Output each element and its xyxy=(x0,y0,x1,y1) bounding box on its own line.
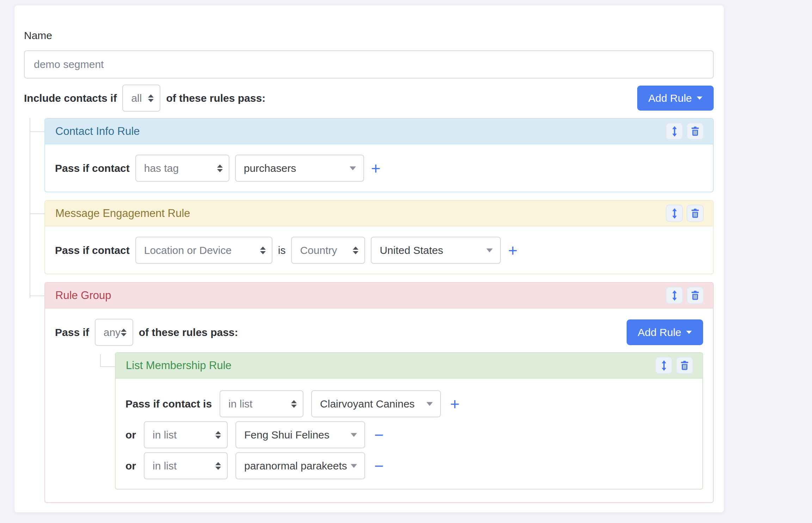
message-engagement-rule-header: Message Engagement Rule xyxy=(45,201,713,226)
list-select[interactable]: Clairvoyant Canines xyxy=(311,390,441,417)
tree-connector-line xyxy=(30,118,30,298)
add-condition-button[interactable]: + xyxy=(370,160,382,176)
rule-title: Contact Info Rule xyxy=(55,125,140,138)
group-match-row: Pass if any of these rules pass: Add Rul… xyxy=(55,319,703,346)
condition-operator-select[interactable]: has tag xyxy=(135,155,229,182)
operator-value: in list xyxy=(228,398,252,410)
country-value: United States xyxy=(380,244,443,256)
select-spinner-icon xyxy=(121,329,127,336)
segment-name-input[interactable] xyxy=(24,50,714,79)
list-membership-rule-body: Pass if contact is in list Clairvoyant C… xyxy=(116,379,702,489)
condition-label: Pass if contact xyxy=(55,244,130,256)
contact-info-rule-header: Contact Info Rule xyxy=(45,119,713,144)
match-type-select[interactable]: all xyxy=(122,85,160,112)
list-value: paranormal parakeets xyxy=(244,460,347,472)
move-rule-button[interactable] xyxy=(666,123,683,140)
list-operator-select[interactable]: in list xyxy=(144,421,228,448)
trash-icon xyxy=(690,290,700,300)
remove-condition-button[interactable]: − xyxy=(373,458,385,474)
select-spinner-icon xyxy=(291,400,297,408)
trash-icon xyxy=(680,360,689,371)
trash-icon xyxy=(690,208,700,218)
add-condition-button[interactable]: + xyxy=(449,396,461,412)
or-label: or xyxy=(125,460,136,472)
caret-down-icon xyxy=(697,96,702,100)
rule-title: Rule Group xyxy=(55,289,111,302)
list-membership-rule-card: List Membership Rule Pass if contac xyxy=(115,352,703,490)
remove-condition-button[interactable]: − xyxy=(373,427,385,443)
up-down-arrow-icon xyxy=(671,290,678,301)
name-label: Name xyxy=(24,29,714,42)
include-contacts-label: Include contacts if xyxy=(24,92,117,104)
select-spinner-icon xyxy=(215,462,221,470)
rule-title: List Membership Rule xyxy=(126,359,232,372)
condition-row: Pass if contact is in list Clairvoyant C… xyxy=(125,390,693,417)
delete-rule-button[interactable] xyxy=(687,205,704,222)
segment-editor-panel: Name Include contacts if all of these ru… xyxy=(14,5,724,513)
tag-value: purchasers xyxy=(244,162,296,174)
tag-select[interactable]: purchasers xyxy=(235,155,364,182)
select-spinner-icon xyxy=(217,164,223,172)
add-rule-label: Add Rule xyxy=(638,326,681,338)
operator-value: has tag xyxy=(144,162,179,174)
field-select[interactable]: Location or Device xyxy=(135,237,272,264)
rule-title: Message Engagement Rule xyxy=(55,207,190,220)
caret-down-icon xyxy=(486,248,493,252)
add-condition-button[interactable]: + xyxy=(506,242,519,259)
list-value: Clairvoyant Canines xyxy=(320,398,414,410)
group-match-value: any xyxy=(104,326,121,338)
list-value: Feng Shui Felines xyxy=(244,429,330,441)
add-rule-button[interactable]: Add Rule xyxy=(637,86,714,111)
caret-down-icon xyxy=(350,166,356,170)
list-operator-select[interactable]: in list xyxy=(220,390,303,417)
rules-pass-label: of these rules pass: xyxy=(166,92,265,104)
add-rule-label: Add Rule xyxy=(648,92,692,104)
segment-match-row: Include contacts if all of these rules p… xyxy=(24,85,714,112)
operator-value: in list xyxy=(153,429,177,441)
rule-group-card: Rule Group Pass if any xyxy=(44,282,714,503)
message-engagement-rule-card: Message Engagement Rule Pass if contact … xyxy=(44,200,714,274)
trash-icon xyxy=(690,126,700,136)
contact-info-rule-card: Contact Info Rule Pass if contact has ta… xyxy=(44,118,714,192)
attribute-value: Country xyxy=(300,244,337,256)
delete-rule-button[interactable] xyxy=(676,357,693,374)
group-match-type-select[interactable]: any xyxy=(95,319,133,346)
rule-group-header: Rule Group xyxy=(45,283,713,309)
move-rule-button[interactable] xyxy=(655,357,672,374)
rule-group-body: Pass if any of these rules pass: Add Rul… xyxy=(45,309,713,502)
caret-down-icon xyxy=(351,464,357,468)
field-value: Location or Device xyxy=(144,244,232,256)
condition-label: Pass if contact is xyxy=(125,398,212,410)
operator-value: in list xyxy=(153,460,177,472)
country-select[interactable]: United States xyxy=(371,237,501,264)
list-select[interactable]: Feng Shui Felines xyxy=(235,421,365,448)
select-spinner-icon xyxy=(260,247,266,254)
list-membership-rule-header: List Membership Rule xyxy=(116,353,702,379)
contact-info-rule-body: Pass if contact has tag purchasers + xyxy=(45,144,713,192)
delete-rule-button[interactable] xyxy=(687,287,704,304)
attribute-select[interactable]: Country xyxy=(291,237,365,264)
rules-list: Contact Info Rule Pass if contact has ta… xyxy=(24,118,714,503)
or-label: or xyxy=(125,429,136,441)
rules-pass-label: of these rules pass: xyxy=(139,326,238,338)
message-engagement-rule-body: Pass if contact Location or Device is Co… xyxy=(45,226,713,274)
delete-rule-button[interactable] xyxy=(687,123,704,140)
select-spinner-icon xyxy=(353,247,358,254)
pass-if-label: Pass if xyxy=(55,326,89,338)
up-down-arrow-icon xyxy=(671,208,678,219)
condition-row: Pass if contact Location or Device is Co… xyxy=(55,237,703,264)
condition-row: Pass if contact has tag purchasers + xyxy=(55,155,703,182)
up-down-arrow-icon xyxy=(660,360,668,371)
group-add-rule-button[interactable]: Add Rule xyxy=(627,319,703,345)
condition-label: Pass if contact xyxy=(55,162,130,174)
list-operator-select[interactable]: in list xyxy=(144,452,228,479)
select-spinner-icon xyxy=(148,94,154,102)
caret-down-icon xyxy=(426,402,433,406)
select-spinner-icon xyxy=(215,431,221,439)
condition-row: or in list Feng Shui Felines − xyxy=(125,421,693,448)
up-down-arrow-icon xyxy=(671,126,678,137)
move-rule-button[interactable] xyxy=(666,287,683,304)
move-rule-button[interactable] xyxy=(666,205,683,222)
page-background: { "colors": { "accent_blue": "#4a7df2", … xyxy=(0,0,812,523)
list-select[interactable]: paranormal parakeets xyxy=(235,452,365,479)
